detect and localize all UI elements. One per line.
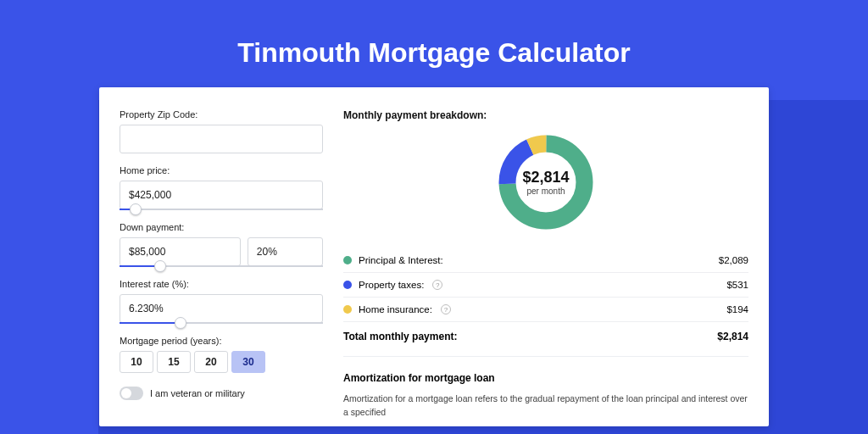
calculator-card: Property Zip Code: Home price: Down paym… [99, 87, 769, 426]
breakdown-row: Property taxes:?$531 [343, 273, 748, 298]
legend-dot-icon [343, 281, 352, 289]
donut-value: $2,814 [522, 169, 569, 186]
slider-fill [120, 322, 181, 324]
donut-label: per month [526, 186, 565, 196]
period-option-10[interactable]: 10 [120, 351, 153, 373]
home-price-slider[interactable] [120, 209, 323, 210]
period-option-30[interactable]: 30 [231, 351, 265, 373]
breakdown-row: Principal & Interest:$2,089 [343, 248, 748, 273]
down-payment-field: Down payment: [120, 222, 323, 267]
period-option-20[interactable]: 20 [194, 351, 228, 373]
info-icon[interactable]: ? [441, 304, 451, 314]
page-title: Tinmouth Mortgage Calculator [0, 0, 868, 87]
breakdown-row: Home insurance:?$194 [343, 298, 748, 322]
breakdown-list: Principal & Interest:$2,089Property taxe… [343, 248, 748, 322]
veteran-row: I am veteran or military [120, 387, 323, 400]
zip-field: Property Zip Code: [120, 109, 323, 153]
interest-slider[interactable] [120, 322, 323, 324]
legend-dot-icon [343, 305, 352, 314]
down-payment-pct-input[interactable] [248, 237, 323, 266]
total-label: Total monthly payment: [343, 331, 457, 342]
home-price-field: Home price: [120, 165, 323, 210]
period-options: 10152030 [120, 351, 323, 373]
total-row: Total monthly payment: $2,814 [343, 322, 748, 357]
breakdown-item-value: $531 [726, 280, 748, 290]
info-icon[interactable]: ? [432, 280, 442, 290]
legend-dot-icon [343, 256, 352, 264]
slider-thumb[interactable] [130, 203, 142, 215]
zip-label: Property Zip Code: [120, 109, 323, 120]
home-price-input[interactable] [120, 181, 323, 209]
breakdown-item-label: Property taxes: [359, 280, 424, 290]
veteran-toggle[interactable] [120, 387, 143, 400]
zip-input[interactable] [120, 125, 323, 153]
veteran-label: I am veteran or military [150, 388, 245, 398]
period-option-15[interactable]: 15 [157, 351, 191, 373]
slider-thumb[interactable] [154, 260, 166, 272]
breakdown-item-value: $2,089 [719, 255, 748, 265]
breakdown-panel: Monthly payment breakdown: $2,814 per mo… [343, 109, 748, 426]
down-payment-label: Down payment: [120, 222, 323, 232]
interest-label: Interest rate (%): [120, 279, 323, 289]
total-value: $2,814 [717, 331, 748, 342]
input-panel: Property Zip Code: Home price: Down paym… [120, 109, 323, 426]
breakdown-item-value: $194 [726, 304, 748, 314]
donut-chart: $2,814 per month [343, 131, 748, 233]
breakdown-title: Monthly payment breakdown: [343, 109, 748, 121]
down-payment-slider[interactable] [120, 265, 323, 267]
down-payment-input[interactable] [120, 237, 241, 266]
interest-field: Interest rate (%): [120, 279, 323, 324]
donut-center: $2,814 per month [495, 131, 597, 233]
amortization-text: Amortization for a mortgage loan refers … [343, 392, 748, 420]
home-price-label: Home price: [120, 165, 323, 175]
slider-thumb[interactable] [175, 317, 186, 329]
period-label: Mortgage period (years): [120, 336, 323, 346]
period-field: Mortgage period (years): 10152030 [120, 336, 323, 373]
breakdown-item-label: Principal & Interest: [359, 255, 443, 265]
breakdown-item-label: Home insurance: [359, 304, 432, 314]
amortization-title: Amortization for mortgage loan [343, 372, 748, 384]
interest-input[interactable] [120, 294, 323, 323]
